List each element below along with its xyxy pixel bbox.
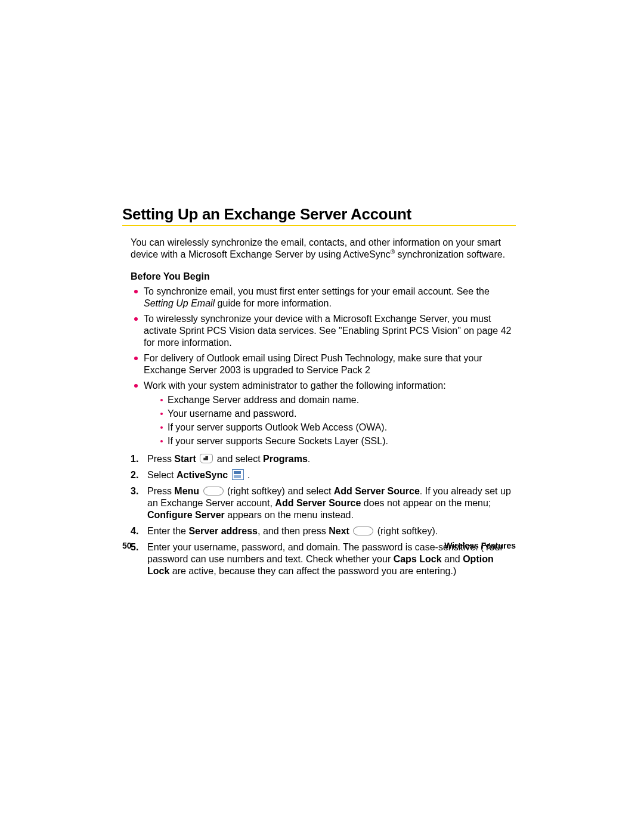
page-footer: 50 Wireless Features [122,541,516,550]
bold-server-address: Server address [188,526,258,536]
footer-section-name: Wireless Features [444,541,516,550]
text: Press [147,454,174,464]
before-you-begin-list: To synchronize email, you must first ent… [131,286,516,447]
step-item: Enter the Server address, and then press… [131,525,516,537]
text: guide for more information. [215,298,332,308]
list-item: Your username and password. [144,408,516,420]
intro-paragraph: You can wirelessly synchronize the email… [131,237,516,261]
step-item: Select ActiveSync . [131,469,516,481]
bold-caps-lock: Caps Lock [394,554,442,564]
text: (right softkey). [374,526,438,536]
bold-add-server-source: Add Server Source [334,486,420,496]
text: Work with your system administrator to g… [144,380,446,391]
heading-rule [122,225,516,226]
text: Select [147,470,177,480]
text: . [308,454,310,464]
sub-list: Exchange Server address and domain name.… [144,394,516,447]
text: . [245,470,250,480]
text: , and then press [258,526,329,536]
section-heading: Setting Up an Exchange Server Account [122,205,516,224]
bold-activesync: ActiveSync [177,470,228,480]
before-you-begin-heading: Before You Begin [131,271,516,282]
list-item: To synchronize email, you must first ent… [131,286,516,309]
page-content: Setting Up an Exchange Server Account Yo… [122,205,516,581]
bold-menu: Menu [174,486,199,496]
softkey-icon [203,487,224,496]
list-item: Exchange Server address and domain name. [144,394,516,406]
bold-next: Next [329,526,349,536]
text: are active, because they can affect the … [169,566,456,576]
bold-start: Start [174,454,196,464]
steps-list: Press Start and select Programs. Select … [131,453,516,577]
emphasis-setting-up-email: Setting Up Email [144,298,215,308]
text: appears on the menu instead. [225,510,354,520]
list-item: Work with your system administrator to g… [131,380,516,447]
softkey-icon [353,527,373,535]
text: Enter the [147,526,188,536]
text: (right softkey) and select [225,486,334,496]
list-item: For delivery of Outlook email using Dire… [131,352,516,376]
bold-add-server-source: Add Server Source [275,498,361,508]
intro-text-tail: synchronization software. [395,249,505,259]
step-item: Press Start and select Programs. [131,453,516,465]
page-number: 50 [122,541,132,550]
list-item: If your server supports Outlook Web Acce… [144,422,516,433]
text: and select [214,454,263,464]
start-key-icon [200,454,213,463]
text: To synchronize email, you must first ent… [144,286,490,296]
bold-configure-server: Configure Server [147,510,225,520]
list-item: If your server supports Secure Sockets L… [144,435,516,447]
activesync-icon [232,469,244,480]
step-item: Press Menu (right softkey) and select Ad… [131,485,516,521]
text: and [442,554,463,564]
list-item: To wirelessly synchronize your device wi… [131,313,516,349]
bold-programs: Programs [263,454,308,464]
text: does not appear on the menu; [361,498,491,508]
text: Press [147,486,174,496]
